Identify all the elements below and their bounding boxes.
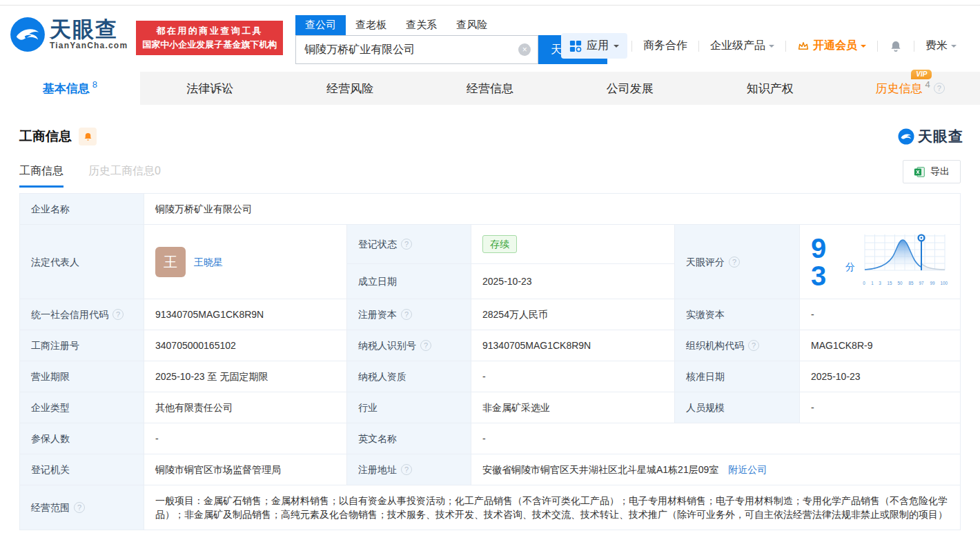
table-row: 登记机关 铜陵市铜官区市场监督管理局 注册地址 安徽省铜陵市铜官区天井湖社区北斗…: [20, 454, 961, 485]
field-label: 行业: [358, 401, 378, 414]
staff-size-value: -: [800, 392, 961, 423]
export-button[interactable]: 导出: [903, 160, 961, 183]
brand-name: 天眼查: [50, 19, 128, 41]
approval-date-value: 2025-10-23: [800, 361, 961, 392]
divider: [877, 41, 878, 52]
brand-domain: TianYanCha.com: [50, 41, 128, 50]
tianyancha-logo[interactable]: 天眼查 TianYanCha.com: [10, 17, 128, 52]
help-icon[interactable]: [934, 83, 945, 94]
english-name-value: -: [471, 423, 961, 454]
establish-date-value: 2025-10-23: [471, 264, 675, 299]
table-row: 经营范围 一般项目：金属矿石销售；金属材料销售；以自有资金从事投资活动；化工产品…: [20, 485, 961, 530]
help-icon[interactable]: [74, 502, 85, 513]
help-icon[interactable]: [401, 239, 412, 250]
business-info-table: 企业名称 铜陵万桥矿业有限公司 法定代表人 王 王晓星 登记状态 存续 天眼评分…: [19, 193, 961, 530]
menu-enterprise[interactable]: 企业级产品: [703, 39, 781, 53]
menu-open-vip[interactable]: 开通会员: [790, 39, 873, 53]
score-unit: 分: [845, 260, 855, 274]
taxpayer-quality-value: -: [471, 361, 675, 392]
table-row: 企业类型 其他有限责任公司 行业 非金属矿采选业 人员规模 -: [20, 392, 961, 423]
legal-rep-avatar[interactable]: 王: [155, 247, 186, 277]
table-row: 参保人数 - 英文名称 -: [20, 423, 961, 454]
table-row: 营业期限 2025-10-23 至 无固定期限 纳税人资质 - 核准日期 202…: [20, 361, 961, 392]
divider: [631, 41, 632, 52]
help-icon[interactable]: [748, 340, 759, 351]
company-name-value: 铜陵万桥矿业有限公司: [144, 194, 961, 225]
watermark-brand: 天眼查: [918, 127, 963, 146]
crown-icon: [797, 40, 810, 52]
apps-label: 应用: [587, 39, 609, 53]
tab-legal[interactable]: 法律诉讼: [140, 72, 280, 105]
tab-basic-info[interactable]: 基本信息 8: [0, 72, 140, 105]
search-tab-relation[interactable]: 查关系: [396, 15, 447, 35]
help-icon[interactable]: [401, 464, 412, 475]
field-label: 注册资本: [358, 308, 397, 321]
field-label: 天眼评分: [686, 255, 725, 269]
monitor-bell-button[interactable]: [79, 128, 97, 145]
section-title: 工商信息: [19, 128, 72, 145]
slogan-line1: 都在用的商业查询工具: [142, 24, 277, 38]
field-label: 法定代表人: [31, 255, 79, 269]
slogan-line2: 国家中小企业发展子基金旗下机构: [142, 38, 277, 52]
credit-code-value: 91340705MAG1CK8R9N: [144, 299, 347, 330]
divider: [698, 41, 699, 52]
search-input[interactable]: [304, 43, 518, 56]
field-label: 纳税人资质: [358, 370, 406, 383]
field-label: 英文名称: [358, 432, 397, 445]
tab-count: 8: [92, 79, 97, 90]
field-label: 登记状态: [358, 237, 397, 251]
help-icon[interactable]: [112, 309, 124, 320]
vip-badge: VIP: [911, 70, 932, 79]
field-label: 实缴资本: [686, 308, 725, 321]
business-term-value: 2025-10-23 至 无固定期限: [144, 361, 347, 392]
search-tab-boss[interactable]: 查老板: [346, 15, 396, 35]
divider: [914, 41, 914, 52]
menu-cooperation[interactable]: 商务合作: [636, 39, 694, 53]
tianyancha-logo-icon: [10, 17, 46, 52]
watermark-logo: 天眼查: [898, 127, 963, 146]
tab-development[interactable]: 公司发展: [560, 72, 700, 105]
tab-history-info[interactable]: 历史信息 VIP 4: [840, 72, 980, 105]
nearby-companies-link[interactable]: 附近公司: [728, 464, 767, 475]
insured-count-value: -: [144, 423, 347, 454]
tab-ip[interactable]: 知识产权: [700, 72, 840, 105]
notifications-button[interactable]: [882, 39, 910, 53]
field-label: 工商注册号: [31, 339, 79, 352]
field-label: 核准日期: [686, 370, 725, 383]
apps-menu[interactable]: 应用: [561, 33, 627, 59]
search-tab-risk[interactable]: 查风险: [447, 15, 497, 35]
tyc-score: 93 分: [811, 233, 949, 290]
chevron-down-icon: [769, 45, 774, 50]
company-type-value: 其他有限责任公司: [144, 392, 347, 423]
field-label: 营业期限: [31, 370, 70, 383]
reg-capital-value: 28254万人民币: [471, 299, 675, 330]
subtab-history-business-info[interactable]: 历史工商信息0: [88, 164, 161, 188]
help-icon[interactable]: [420, 340, 431, 351]
help-icon[interactable]: [401, 309, 412, 320]
score-axis-ticks: 0131550859799100: [862, 276, 949, 290]
clear-search-icon[interactable]: [518, 43, 531, 56]
tab-operation-info[interactable]: 经营信息: [420, 72, 560, 105]
table-row: 统一社会信用代码 91340705MAG1CK8R9N 注册资本 28254万人…: [20, 299, 961, 330]
search-tabs: 查公司 查老板 查关系 查风险: [295, 15, 607, 35]
subtab-business-info[interactable]: 工商信息: [19, 164, 63, 188]
reg-address-value: 安徽省铜陵市铜官区天井湖社区北斗星城A1栋21层09室: [482, 464, 718, 475]
legal-rep-link[interactable]: 王晓星: [194, 255, 223, 269]
tab-operation-risk[interactable]: 经营风险: [280, 72, 420, 105]
status-badge: 存续: [482, 235, 517, 253]
user-menu[interactable]: 费米: [919, 39, 963, 53]
field-label: 组织机构代码: [686, 339, 744, 352]
field-label: 成立日期: [358, 274, 397, 288]
field-label: 注册地址: [358, 463, 397, 476]
company-tabs: 基本信息 8 法律诉讼 经营风险 经营信息 公司发展 知识产权 历史信息 VIP…: [0, 72, 980, 105]
chevron-down-icon: [614, 45, 619, 50]
tianyancha-logo-icon: [898, 128, 914, 145]
slogan-badge: 都在用的商业查询工具 国家中小企业发展子基金旗下机构: [136, 21, 283, 55]
field-label: 登记机关: [31, 463, 70, 476]
score-value: 93: [811, 234, 841, 290]
help-icon[interactable]: [729, 257, 740, 268]
taxpayer-id-value: 91340705MAG1CK8R9N: [471, 330, 675, 361]
search-tab-company[interactable]: 查公司: [295, 15, 346, 35]
business-scope-value: 一般项目：金属矿石销售；金属材料销售；以自有资金从事投资活动；化工产品销售（不含…: [144, 485, 961, 530]
field-label: 企业类型: [31, 401, 70, 414]
